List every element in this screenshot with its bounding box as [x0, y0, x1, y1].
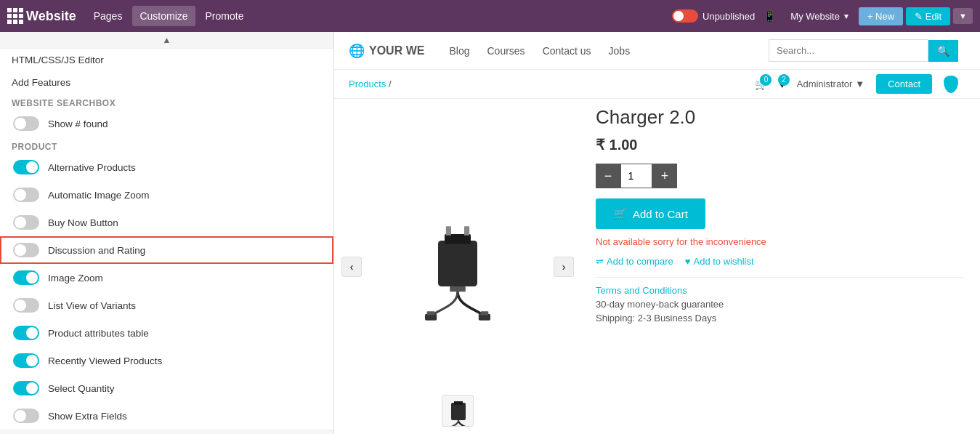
website-searchbox-section: Website Searchbox: [0, 94, 333, 110]
wishlist-heart-icon: ♥: [685, 256, 691, 267]
svg-rect-10: [454, 401, 463, 405]
terms-link[interactable]: Terms and Conditions: [596, 285, 965, 296]
my-website-button[interactable]: My Website ▼: [785, 8, 856, 25]
top-navigation: Website Pages Customize Promote Unpublis…: [0, 0, 980, 32]
show-hash-found-toggle[interactable]: [13, 116, 39, 131]
add-to-cart-button[interactable]: 🛒 Add to Cart: [596, 198, 705, 229]
discussion-rating-label: Discussion and Rating: [48, 245, 145, 256]
action-links: ⇌ Add to compare ♥ Add to wishlist: [596, 256, 965, 267]
sidebar: ▲ HTML/CSS/JS Editor Add Features Websit…: [0, 32, 334, 434]
nav-jobs[interactable]: Jobs: [602, 41, 638, 61]
website-nav-links: Blog Courses Contact us Jobs: [442, 41, 766, 61]
product-thumb-1[interactable]: [442, 395, 474, 427]
automatic-image-zoom-item[interactable]: Automatic Image Zoom: [0, 181, 333, 209]
publish-toggle-pill[interactable]: [672, 9, 698, 23]
image-zoom-toggle[interactable]: [13, 270, 39, 285]
availability-text: Not available sorry for the inconvenienc…: [596, 236, 965, 247]
content-area: 🌐 YOUR WE Blog Courses Contact us Jobs 🔍: [334, 32, 980, 434]
select-quantity-label: Select Quantity: [48, 383, 115, 394]
scroll-down-indicator[interactable]: ▼: [0, 430, 333, 434]
list-view-variants-item[interactable]: List View of Variants: [0, 292, 333, 319]
svg-rect-6: [427, 311, 435, 315]
recently-viewed-item[interactable]: Recently Viewed Products: [0, 347, 333, 374]
product-details: Charger 2.0 ₹ 1.00 − + 🛒 Add to Cart Not…: [581, 99, 980, 434]
customize-button[interactable]: Customize: [132, 6, 195, 26]
show-hash-found-label: Show # found: [48, 118, 108, 129]
recently-viewed-label: Recently Viewed Products: [48, 355, 162, 366]
product-attributes-item[interactable]: Product attributes table: [0, 319, 333, 347]
show-extra-fields-label: Show Extra Fields: [48, 411, 127, 422]
new-button[interactable]: + New: [859, 7, 903, 25]
add-features-item[interactable]: Add Features: [0, 71, 333, 94]
edit-button[interactable]: ✎ Edit: [906, 7, 950, 25]
product-attributes-toggle[interactable]: [13, 326, 39, 340]
nav-contact-us[interactable]: Contact us: [535, 41, 599, 61]
divider: [596, 277, 965, 278]
select-quantity-item[interactable]: Select Quantity: [0, 374, 333, 402]
quantity-input[interactable]: [620, 164, 652, 188]
svg-rect-2: [450, 286, 466, 292]
buy-now-toggle[interactable]: [13, 215, 39, 230]
select-quantity-toggle[interactable]: [13, 381, 39, 395]
product-images: ‹: [334, 99, 581, 434]
shipping-text: Shipping: 2-3 Business Days: [596, 313, 965, 324]
wishlist-icon[interactable]: ♥ 2: [779, 79, 785, 90]
add-to-wishlist-link[interactable]: ♥ Add to wishlist: [685, 256, 754, 267]
quantity-decrease-button[interactable]: −: [596, 164, 620, 188]
automatic-image-zoom-toggle[interactable]: [13, 188, 39, 202]
mobile-preview-button[interactable]: 📱: [758, 7, 782, 25]
alternative-products-item[interactable]: Alternative Products: [0, 153, 333, 181]
app-logo: Website: [26, 9, 76, 24]
alternative-products-toggle[interactable]: [13, 160, 39, 174]
buy-now-button-item[interactable]: Buy Now Button: [0, 209, 333, 236]
automatic-image-zoom-label: Automatic Image Zoom: [48, 190, 150, 201]
html-css-editor-item[interactable]: HTML/CSS/JS Editor: [0, 49, 333, 71]
discussion-rating-item[interactable]: Discussion and Rating: [0, 236, 333, 264]
image-prev-button[interactable]: ‹: [341, 257, 362, 277]
image-next-button[interactable]: ›: [554, 257, 574, 277]
product-price: ₹ 1.00: [596, 136, 965, 153]
alternative-products-label: Alternative Products: [48, 162, 136, 173]
image-zoom-item[interactable]: Image Zoom: [0, 264, 333, 292]
quantity-controls: − +: [596, 164, 965, 188]
show-hash-found-item[interactable]: Show # found: [0, 110, 333, 137]
promote-button[interactable]: Promote: [198, 6, 251, 26]
breadcrumb: Products /: [349, 79, 392, 89]
svg-rect-9: [451, 403, 466, 420]
admin-chevron: ▼: [855, 79, 864, 89]
publish-toggle[interactable]: Unpublished: [672, 9, 755, 23]
svg-rect-4: [481, 311, 489, 315]
list-view-variants-toggle[interactable]: [13, 298, 39, 313]
quantity-increase-button[interactable]: +: [652, 164, 677, 188]
pages-button[interactable]: Pages: [86, 6, 130, 26]
edit-caret-button[interactable]: ▼: [953, 8, 973, 24]
svg-rect-8: [464, 226, 469, 236]
breadcrumb-products[interactable]: Products: [349, 79, 386, 89]
nav-courses[interactable]: Courses: [479, 41, 532, 61]
search-button[interactable]: 🔍: [928, 40, 958, 62]
product-main-image: [378, 194, 538, 339]
website-nav-right: 🔍: [769, 39, 965, 62]
contact-button[interactable]: Contact: [876, 74, 932, 94]
show-extra-fields-toggle[interactable]: [13, 409, 39, 423]
website-logo: 🌐 YOUR WE: [349, 43, 424, 59]
svg-rect-0: [438, 241, 477, 286]
nav-blog[interactable]: Blog: [442, 41, 477, 61]
guarantee-text: 30-day money-back guarantee: [596, 299, 965, 310]
recently-viewed-toggle[interactable]: [13, 353, 39, 368]
wishlist-badge: 2: [778, 74, 790, 86]
list-view-variants-label: List View of Variants: [48, 300, 136, 311]
svg-rect-7: [446, 226, 451, 236]
cart-icon[interactable]: 🛒 0: [755, 79, 767, 90]
search-bar: 🔍: [769, 39, 958, 62]
search-input[interactable]: [769, 39, 928, 62]
my-website-chevron: ▼: [843, 12, 850, 20]
add-to-compare-link[interactable]: ⇌ Add to compare: [596, 256, 673, 267]
product-title: Charger 2.0: [596, 106, 965, 129]
breadcrumb-separator: /: [389, 79, 392, 89]
admin-dropdown[interactable]: Administrator ▼: [797, 79, 864, 89]
svg-rect-1: [445, 234, 471, 244]
discussion-rating-toggle[interactable]: [13, 243, 39, 257]
scroll-up-indicator[interactable]: ▲: [0, 32, 333, 49]
show-extra-fields-item[interactable]: Show Extra Fields: [0, 402, 333, 430]
